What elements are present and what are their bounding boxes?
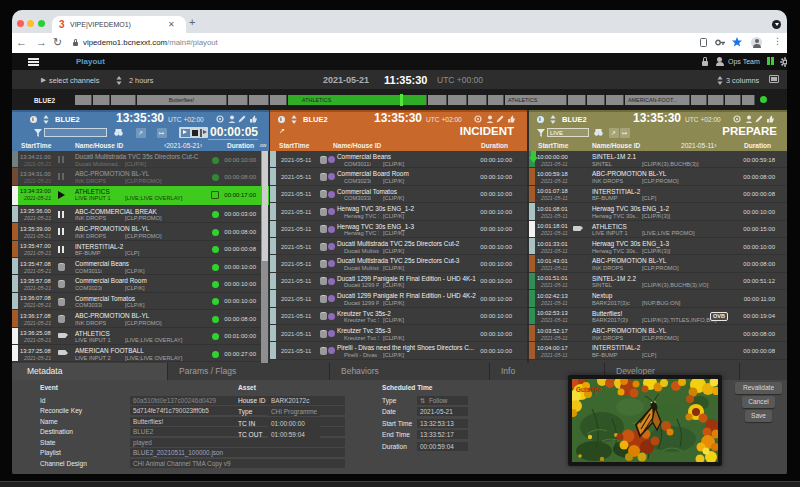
- svg-text:Guisepe…: Guisepe…: [576, 386, 608, 394]
